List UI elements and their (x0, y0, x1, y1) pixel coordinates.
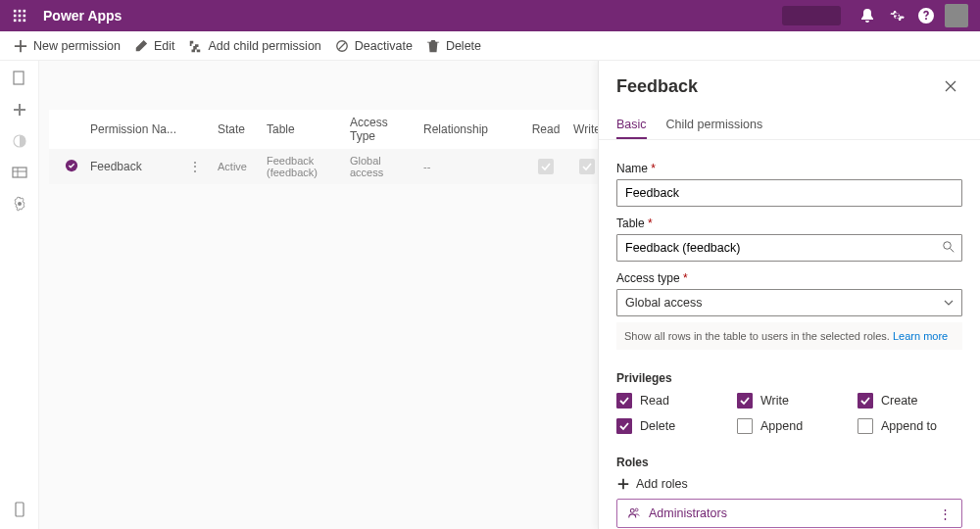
roles-label: Roles (616, 456, 962, 469)
svg-line-20 (951, 249, 955, 253)
gear-icon[interactable] (12, 196, 27, 212)
hierarchy-icon (188, 39, 202, 53)
svg-rect-11 (14, 72, 24, 84)
name-label: Name * (616, 162, 962, 175)
col-name[interactable]: Permission Na... (84, 122, 212, 136)
svg-rect-4 (19, 15, 22, 18)
pages-icon[interactable] (12, 71, 27, 86)
help-icon[interactable] (911, 0, 941, 31)
checkbox-label: Append to (881, 419, 937, 433)
row-read-check (538, 159, 554, 174)
plus-icon[interactable] (12, 102, 27, 118)
table-icon[interactable] (12, 165, 27, 180)
checkbox (616, 418, 632, 434)
deactivate-button[interactable]: Deactivate (335, 39, 413, 53)
col-rel[interactable]: Relationship (417, 122, 525, 136)
tab-child[interactable]: Child permissions (666, 112, 763, 139)
theme-icon[interactable] (12, 133, 27, 149)
close-icon[interactable] (939, 74, 962, 98)
table-label: Table * (616, 216, 962, 230)
row-write-check (579, 159, 595, 174)
row-name: Feedback (90, 160, 184, 173)
cmd-label: Edit (154, 39, 175, 53)
panel-title: Feedback (616, 76, 939, 97)
learn-more-link[interactable]: Learn more (893, 330, 948, 342)
add-child-button[interactable]: Add child permission (188, 39, 320, 53)
table-input[interactable] (616, 234, 962, 262)
app-launcher-icon[interactable] (8, 4, 31, 27)
role-more-icon[interactable]: ⋮ (935, 506, 956, 521)
privilege-create[interactable]: Create (858, 393, 962, 409)
access-type-value: Global access (625, 296, 703, 310)
edit-button[interactable]: Edit (134, 39, 175, 53)
svg-rect-6 (14, 20, 17, 23)
privilege-write[interactable]: Write (737, 393, 842, 409)
main: Permission Na... State Table Access Type… (39, 61, 980, 529)
svg-point-21 (630, 508, 634, 512)
search-icon[interactable] (943, 241, 955, 253)
environment-badge[interactable] (782, 6, 841, 25)
col-read[interactable]: Read (525, 122, 566, 136)
topbar: Power Apps (0, 0, 980, 31)
svg-rect-5 (24, 15, 26, 18)
privilege-read[interactable]: Read (616, 393, 721, 409)
svg-point-19 (944, 242, 952, 250)
person-icon (627, 506, 641, 520)
prohibit-icon (335, 39, 349, 53)
mobile-icon[interactable] (12, 502, 27, 517)
svg-rect-2 (24, 10, 26, 13)
row-state: Active (212, 161, 261, 172)
svg-rect-0 (14, 10, 17, 13)
settings-icon[interactable] (882, 0, 911, 31)
avatar[interactable] (945, 4, 968, 27)
row-table: Feedback (feedback) (261, 155, 344, 178)
plus-icon (14, 39, 27, 53)
plus-icon (616, 477, 630, 491)
svg-point-16 (18, 202, 22, 206)
svg-rect-13 (13, 168, 26, 177)
cmd-label: Deactivate (355, 39, 413, 53)
role-administrators[interactable]: Administrators⋮ (616, 499, 962, 528)
privilege-append-to[interactable]: Append to (858, 418, 962, 434)
add-roles-label: Add roles (636, 477, 688, 491)
notifications-icon[interactable] (853, 0, 882, 31)
checkbox (858, 393, 873, 409)
cmd-label: Delete (446, 39, 481, 53)
checkbox-label: Delete (640, 419, 675, 433)
row-access: Global access (344, 155, 417, 178)
checkbox (616, 393, 632, 409)
checkbox-label: Write (760, 394, 789, 408)
access-type-label: Access type * (616, 271, 962, 285)
svg-rect-1 (19, 10, 22, 13)
chevron-down-icon (944, 300, 954, 306)
privilege-append[interactable]: Append (737, 418, 842, 434)
col-access[interactable]: Access Type (344, 116, 417, 143)
svg-rect-8 (24, 20, 26, 23)
add-roles-button[interactable]: Add roles (616, 477, 962, 491)
tab-basic[interactable]: Basic (616, 112, 647, 139)
pencil-icon (134, 39, 148, 53)
properties-panel: Feedback Basic Child permissions Name * … (598, 61, 980, 529)
cmd-label: New permission (33, 39, 121, 53)
panel-tabs: Basic Child permissions (599, 112, 980, 140)
svg-rect-3 (14, 15, 17, 18)
col-table[interactable]: Table (261, 122, 344, 136)
svg-rect-7 (19, 20, 22, 23)
name-input[interactable] (616, 179, 962, 207)
row-more-icon[interactable]: ⋮ (184, 159, 206, 174)
access-type-select[interactable]: Global access (616, 289, 962, 316)
role-name: Administrators (649, 506, 927, 520)
new-permission-button[interactable]: New permission (14, 39, 121, 53)
checkbox-label: Create (881, 394, 918, 408)
body: Permission Na... State Table Access Type… (0, 61, 980, 529)
privilege-delete[interactable]: Delete (616, 418, 721, 434)
svg-rect-17 (16, 503, 24, 516)
leftrail (0, 61, 39, 529)
app-title: Power Apps (43, 8, 122, 24)
col-state[interactable]: State (212, 122, 261, 136)
delete-button[interactable]: Delete (426, 39, 481, 53)
privileges-label: Privileges (616, 371, 962, 385)
privileges-grid: ReadWriteCreateDeleteAppendAppend to (616, 393, 962, 434)
checkbox-label: Read (640, 394, 669, 408)
svg-line-10 (338, 42, 345, 49)
